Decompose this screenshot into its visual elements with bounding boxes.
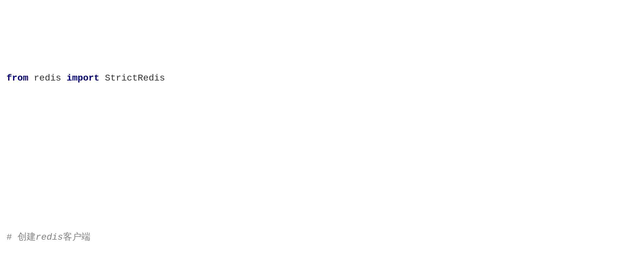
plain-text: StrictRedis bbox=[100, 73, 165, 83]
code-line-3: # 创建redis客户端 bbox=[7, 229, 637, 245]
plain-text: redis bbox=[28, 73, 67, 83]
comment: # 创建redis客户端 bbox=[7, 232, 90, 242]
code-editor: from redis import StrictRedis # 创建redis客… bbox=[0, 0, 644, 278]
keyword-import: import bbox=[67, 73, 100, 83]
code-line-2 bbox=[7, 150, 637, 166]
code-line-1: from redis import StrictRedis bbox=[7, 70, 637, 86]
code-content: from redis import StrictRedis # 创建redis客… bbox=[7, 6, 637, 278]
keyword-from: from bbox=[7, 73, 28, 83]
